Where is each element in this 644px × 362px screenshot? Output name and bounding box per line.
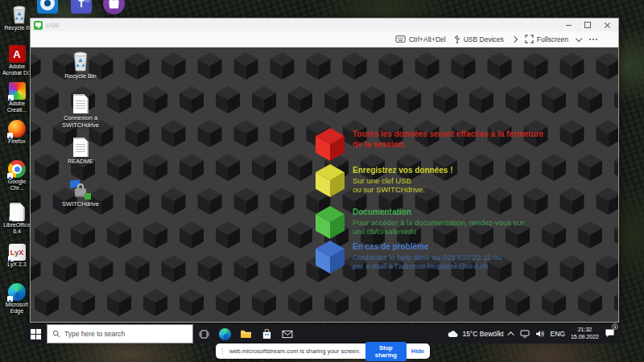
fullscreen-button[interactable]: Fullscreen	[525, 35, 568, 43]
yellow-cube-icon	[316, 164, 345, 197]
vm-readme-file[interactable]: README	[45, 138, 116, 165]
taskbar-file-explorer-button[interactable]	[235, 324, 256, 343]
language-indicator[interactable]: ENG	[551, 330, 565, 338]
host-icon-chrome[interactable]: Google Chr...	[2, 160, 32, 191]
host-icon-edge[interactable]: Microsoft Edge	[2, 283, 32, 315]
usb-icon	[454, 35, 460, 44]
hide-banner-button[interactable]: Hide	[411, 348, 424, 355]
vm-icon-label: Recycle Bin	[64, 72, 97, 80]
notification-center-button[interactable]: 1	[605, 327, 615, 341]
taskbar-store-button[interactable]	[256, 324, 277, 343]
libreoffice-icon	[10, 203, 25, 221]
search-icon	[52, 330, 60, 338]
remote-desktop: Recycle Bin Connexion à SWITCHdrive READ…	[31, 47, 618, 322]
close-button[interactable]	[599, 20, 615, 30]
vm-switchdrive-app[interactable]: SWITCHdrive	[45, 180, 116, 208]
system-tray: 15°C Bewölkt ENG 21:32 15.09.2022 1	[448, 324, 620, 343]
vm-switchdrive-connection-file[interactable]: Connexion à SWITCHdrive	[45, 94, 116, 129]
notification-badge: 1	[612, 323, 618, 330]
vm-readme-file-icon	[73, 138, 89, 157]
minimize-button[interactable]	[560, 20, 576, 30]
stop-sharing-button[interactable]: Stop sharing	[365, 342, 407, 361]
message-body-line: Contactez le help desk au 021 692 22 11 …	[353, 253, 502, 262]
taskbar-edge-button[interactable]	[214, 324, 235, 343]
task-view-button[interactable]	[193, 324, 214, 343]
message-documentation: Documentation Pour accéder à la document…	[316, 206, 524, 239]
icon-label: Microsoft Edge	[2, 302, 32, 315]
recycle-bin-icon	[11, 5, 27, 24]
window-title: USB	[46, 22, 557, 29]
host-icon-teams[interactable]: T	[71, 0, 92, 14]
microsoft-store-icon	[262, 329, 272, 339]
clock-date: 15.09.2022	[571, 334, 599, 341]
volume-icon[interactable]	[535, 330, 545, 338]
fullscreen-icon	[525, 35, 534, 43]
message-heading-line2: de la session.	[353, 140, 543, 150]
usb-devices-button[interactable]: USB Devices	[454, 35, 504, 44]
shortcut-arrow-icon	[8, 256, 14, 261]
start-button[interactable]	[24, 324, 47, 343]
cloud-icon	[448, 331, 459, 338]
firefox-icon	[8, 120, 26, 138]
message-heading: Toutes les données seront effacées à la …	[353, 130, 543, 140]
taskbar-search[interactable]	[47, 324, 193, 343]
ctrl-alt-del-label: Ctrl+Alt+Del	[409, 35, 446, 43]
ctrl-alt-del-button[interactable]: Ctrl+Alt+Del	[395, 35, 446, 43]
adobe-creative-cloud-icon	[9, 82, 26, 100]
vm-recycle-bin[interactable]: Recycle Bin	[45, 51, 116, 80]
keyboard-icon	[395, 35, 406, 43]
chevron-right-icon[interactable]	[511, 35, 518, 42]
weather-widget[interactable]: 15°C Bewölkt	[448, 330, 503, 338]
usb-devices-label: USB Devices	[464, 35, 504, 43]
host-icon-lyx[interactable]: LyX LyX 2.3	[2, 244, 32, 268]
message-save-data: Enregistrez vos données ! Sur une clef U…	[316, 164, 452, 197]
adobe-acrobat-icon: A	[9, 45, 26, 63]
weather-label: 15°C Bewölkt	[462, 330, 503, 338]
mail-icon	[282, 330, 293, 339]
windows-logo-icon	[31, 329, 41, 339]
window-toolbar: Ctrl+Alt+Del USB Devices	[31, 31, 618, 47]
drag-handle-icon[interactable]	[221, 348, 225, 355]
taskbar-clock[interactable]: 21:32 15.09.2022	[571, 327, 599, 341]
green-cube-icon	[316, 206, 345, 239]
message-body-line: unil.ch/ci/sallesinfo	[353, 227, 524, 237]
window-app-icon	[34, 21, 43, 30]
fullscreen-label: Fullscreen	[537, 35, 568, 43]
lyx-icon: LyX	[9, 244, 26, 261]
message-body-line: Sur une clef USB	[353, 176, 452, 186]
shortcut-arrow-icon	[7, 173, 13, 179]
sharing-message: web.microsoftstream.com is sharing your …	[229, 348, 361, 355]
task-view-icon	[199, 330, 209, 339]
host-icon-creative-cloud[interactable]: Adobe Creati...	[2, 82, 32, 113]
host-icon-github[interactable]	[103, 0, 125, 14]
icon-label: LibreOffice 6.4	[2, 222, 32, 235]
host-icon-acrobat[interactable]: A Adobe Acrobat DC	[2, 45, 32, 76]
message-body-line: ou sur SWITCHdrive.	[353, 185, 452, 195]
microsoft-edge-icon	[219, 328, 231, 340]
shortcut-arrow-icon	[7, 296, 13, 302]
icon-label: Google Chr...	[2, 179, 32, 191]
host-icon-libreoffice[interactable]: LibreOffice 6.4	[2, 203, 32, 235]
hidden-icons-chevron[interactable]	[507, 331, 514, 338]
screen: Recycle Bin T A Adobe Acrobat DC Adobe C…	[0, 0, 644, 362]
remote-viewer-window: USB Ctrl+Alt+Del	[30, 18, 619, 323]
display-tray-icon[interactable]	[520, 330, 530, 338]
search-input[interactable]	[64, 330, 188, 338]
message-body-line: Pour accéder à la documentation, rendez-…	[353, 218, 524, 228]
icon-label: Firefox	[8, 138, 25, 145]
host-icon-firefox[interactable]: Firefox	[2, 120, 32, 145]
github-icon	[103, 0, 125, 14]
message-heading: Enregistrez vos données !	[353, 166, 452, 176]
teams-icon: T	[71, 0, 92, 14]
window-titlebar[interactable]: USB	[31, 19, 618, 31]
shortcut-arrow-icon	[9, 216, 14, 222]
icon-label: Adobe Creati...	[2, 101, 32, 113]
message-data-erased: Toutes les données seront effacées à la …	[316, 128, 543, 161]
more-options-button[interactable]	[589, 39, 597, 40]
chevron-down-icon[interactable]	[576, 35, 582, 41]
file-explorer-icon	[240, 329, 252, 339]
message-body-line: par e-mail à l'adresse helpdesk@unil.ch	[353, 261, 502, 271]
host-icon-stream[interactable]	[37, 0, 58, 14]
maximize-button[interactable]	[580, 20, 596, 30]
taskbar-mail-button[interactable]	[277, 324, 298, 343]
